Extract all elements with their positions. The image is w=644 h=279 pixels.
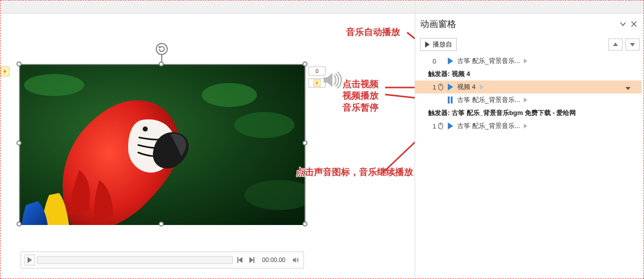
pane-toolbar: 播放自: [415, 34, 644, 54]
mouse-icon: [438, 122, 444, 130]
effect-kind: [445, 122, 455, 130]
play-icon: [425, 42, 430, 48]
resize-handle-sw[interactable]: [17, 222, 22, 226]
move-down-button[interactable]: [625, 38, 639, 50]
resize-handle-nw[interactable]: [17, 62, 22, 66]
move-up-button[interactable]: [608, 38, 622, 50]
annotation-auto-play: 音乐自动播放: [346, 26, 400, 38]
svg-rect-13: [448, 96, 450, 104]
step-back-icon: [237, 257, 243, 263]
effect-kind: [445, 58, 455, 64]
step-forward-icon: [249, 257, 255, 263]
trigger-header-1: 触发器: 视频 4: [415, 68, 641, 80]
svg-point-3: [24, 74, 84, 96]
play-icon: [447, 58, 453, 64]
lightning-badge: [313, 80, 320, 86]
item-label: 古筝 配乐_背景音乐...: [455, 56, 520, 66]
svg-point-2: [234, 112, 294, 138]
mouse-trigger-indicator: [436, 122, 445, 130]
animation-item-0[interactable]: 0 古筝 配乐_背景音乐...: [415, 54, 641, 68]
pane-header: 动画窗格: [415, 14, 644, 34]
lightning-icon: [2, 68, 8, 74]
arrow-down-icon: [630, 42, 635, 46]
expand-icon[interactable]: [522, 58, 528, 64]
svg-point-6: [143, 126, 148, 132]
item-label: 视频 4: [455, 82, 476, 92]
animation-tag-1[interactable]: [1, 66, 10, 76]
effect-kind: [445, 84, 455, 90]
trigger-label: 触发器: 视频 4: [428, 70, 470, 78]
resize-handle-s[interactable]: [159, 222, 164, 226]
video-thumbnail: [20, 65, 304, 225]
annotation-click-sound: 点击声音图标，音乐继续播放: [296, 166, 413, 178]
parrot-image: [20, 65, 304, 225]
animation-item-2[interactable]: 古筝 配乐_背景音乐...: [415, 94, 641, 106]
svg-point-1: [202, 83, 257, 107]
item-number: 1: [428, 84, 436, 91]
annotation-click-video: 点击视频 视频播放 音乐暂停: [343, 78, 379, 114]
annotation-click-video-l3: 音乐暂停: [343, 102, 379, 112]
expand-icon[interactable]: [522, 97, 528, 103]
media-time: 00:00.00: [259, 256, 288, 264]
annotation-click-video-l1: 点击视频: [343, 79, 379, 89]
play-icon: [27, 257, 32, 263]
pane-close-button[interactable]: [628, 18, 639, 30]
resize-handle-se[interactable]: [302, 222, 307, 226]
play-icon: [447, 122, 453, 130]
mute-button[interactable]: [290, 254, 300, 266]
item-label: 古筝 配乐_背景音乐...: [455, 96, 520, 104]
play-button[interactable]: [24, 254, 35, 266]
resize-handle-n[interactable]: [159, 62, 164, 66]
pane-topbar: [415, 0, 644, 14]
trigger-label: 触发器: 古筝 配乐_背景音乐bgm 免费下载 - 爱给网: [428, 108, 576, 118]
item-label: 古筝 配乐_背景音乐...: [455, 122, 520, 130]
trigger-header-2: 触发器: 古筝 配乐_背景音乐bgm 免费下载 - 爱给网: [415, 106, 641, 120]
svg-rect-14: [451, 96, 453, 104]
rotate-icon: [158, 45, 166, 53]
resize-handle-ne[interactable]: [302, 62, 307, 66]
pane-collapse-button[interactable]: [617, 18, 628, 30]
pause-icon: [447, 96, 453, 104]
speaker-icon: [321, 70, 342, 90]
chevron-down-icon: [619, 20, 626, 28]
seek-track[interactable]: [37, 256, 233, 264]
lightning-icon: [314, 80, 319, 86]
caret-down-icon: [625, 87, 630, 90]
play-icon: [447, 84, 453, 90]
object-index-0-text: 0: [315, 68, 318, 74]
timing-bar: [479, 82, 549, 92]
resize-handle-w[interactable]: [17, 140, 22, 146]
close-icon: [631, 21, 637, 27]
arrow-up-icon: [613, 42, 618, 46]
pane-title: 动画窗格: [420, 18, 617, 30]
animation-list: 0 古筝 配乐_背景音乐... 触发器: 视频 4 1 视频 4: [415, 54, 644, 132]
expand-icon[interactable]: [522, 123, 528, 129]
item-number: 1: [428, 122, 436, 130]
animation-tag-column: [1, 66, 10, 80]
play-from-label: 播放自: [433, 40, 452, 49]
annotation-click-video-l2: 视频播放: [343, 90, 379, 100]
rotate-handle[interactable]: [156, 43, 168, 55]
item-dropdown[interactable]: [625, 84, 630, 92]
animation-item-1[interactable]: 1 视频 4: [415, 80, 641, 94]
resize-handle-e[interactable]: [302, 140, 307, 146]
step-back-button[interactable]: [235, 254, 245, 266]
mouse-trigger-indicator: [436, 84, 445, 90]
speaker-mute-icon: [292, 256, 299, 264]
play-from-button[interactable]: 播放自: [420, 38, 457, 51]
animation-item-3[interactable]: 1 古筝 配乐_背景音乐...: [415, 120, 641, 132]
animation-pane: 动画窗格 播放自 0: [415, 0, 644, 279]
video-object[interactable]: [19, 64, 305, 224]
slide-topbar: [1, 0, 414, 14]
audio-object[interactable]: [321, 70, 342, 90]
mouse-icon: [438, 84, 444, 90]
slide-canvas: 00:00.00 0: [1, 0, 414, 279]
media-control-bar: 00:00.00: [21, 252, 304, 268]
effect-kind: [445, 96, 455, 104]
item-number: 0: [428, 58, 436, 65]
step-forward-button[interactable]: [247, 254, 257, 266]
